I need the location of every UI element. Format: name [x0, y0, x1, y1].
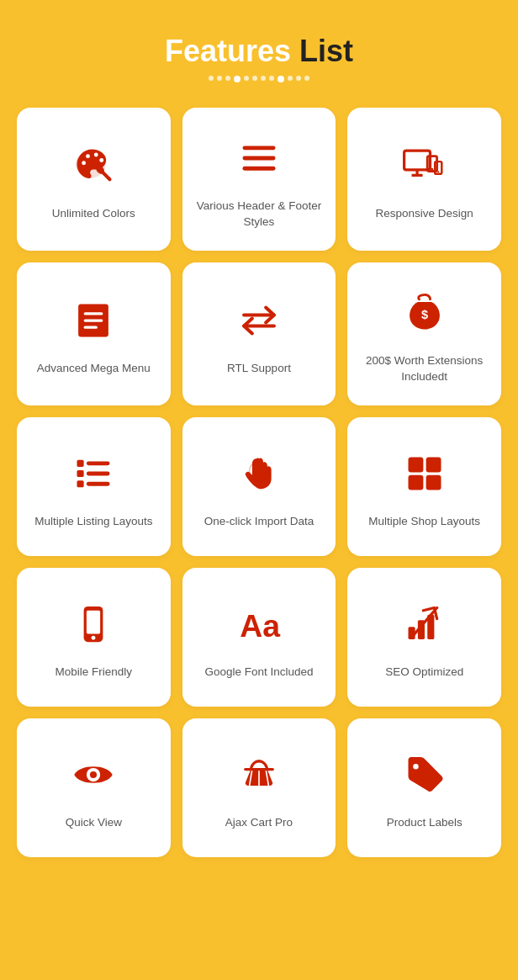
decorative-dots: [165, 76, 353, 82]
card-product-labels: Product Labels: [347, 718, 501, 857]
card-label-extensions: 200$ Worth Extensions Includedt: [360, 353, 489, 385]
svg-point-3: [94, 153, 98, 157]
card-label-google-font: Google Font Included: [204, 665, 313, 681]
card-multiple-shop-layouts: Multiple Shop Layouts: [347, 417, 501, 556]
svg-rect-26: [77, 470, 84, 477]
eye-icon: [68, 750, 119, 800]
card-one-click-import: One-click Import Data: [182, 417, 336, 556]
svg-point-38: [92, 635, 96, 639]
grid-blocks-icon: [399, 448, 450, 499]
card-responsive-design: Responsive Design: [347, 108, 501, 251]
arrows-lr-icon: [234, 295, 284, 346]
svg-rect-18: [84, 312, 103, 315]
card-label-listing-layouts: Multiple Listing Layouts: [34, 514, 152, 530]
title-list: List: [299, 34, 353, 68]
svg-rect-33: [426, 457, 441, 472]
svg-text:Aa: Aa: [240, 607, 281, 643]
svg-rect-19: [84, 320, 103, 322]
card-rtl-support: RTL Support: [182, 262, 336, 405]
svg-point-2: [86, 155, 90, 159]
card-label-product-labels: Product Labels: [387, 815, 462, 831]
svg-text:$: $: [421, 308, 428, 321]
title-features: Features: [165, 34, 291, 68]
card-mobile-friendly: Mobile Friendly: [17, 568, 171, 707]
card-quick-view: Quick View: [17, 718, 171, 857]
svg-point-14: [431, 168, 432, 170]
svg-rect-29: [87, 481, 110, 485]
card-label-ajax-cart: Ajax Cart Pro: [225, 815, 293, 831]
card-label-unlimited-colors: Unlimited Colors: [52, 206, 135, 222]
svg-rect-8: [242, 156, 275, 161]
palette-icon: [68, 140, 119, 191]
card-label-rtl: RTL Support: [227, 361, 291, 377]
svg-point-50: [413, 764, 419, 770]
svg-rect-9: [242, 167, 275, 171]
list-grid-icon: [68, 448, 119, 499]
svg-point-16: [437, 172, 439, 173]
svg-rect-32: [408, 457, 423, 472]
card-label-shop-layouts: Multiple Shop Layouts: [368, 514, 480, 530]
card-label-mobile: Mobile Friendly: [56, 665, 133, 681]
svg-rect-37: [87, 610, 100, 633]
svg-point-1: [82, 162, 87, 166]
card-label-mega-menu: Advanced Mega Menu: [37, 361, 151, 377]
card-label-seo: SEO Optimized: [385, 665, 463, 681]
features-grid: Unlimited Colors Various Header & Footer…: [17, 108, 501, 857]
touch-icon: [234, 448, 284, 499]
svg-rect-20: [84, 326, 98, 329]
svg-rect-35: [426, 474, 441, 490]
card-label-quick-view: Quick View: [66, 815, 122, 831]
card-unlimited-colors: Unlimited Colors: [17, 108, 171, 251]
basket-icon: [234, 750, 284, 800]
card-multiple-listing-layouts: Multiple Listing Layouts: [17, 417, 171, 556]
svg-point-45: [90, 771, 97, 778]
card-extensions: $ 200$ Worth Extensions Includedt: [347, 262, 501, 405]
mobile-icon: [68, 599, 119, 649]
tag-icon: [399, 750, 450, 800]
card-label-header-footer: Various Header & Footer Styles: [195, 199, 324, 230]
svg-rect-24: [77, 459, 84, 466]
svg-rect-34: [408, 474, 423, 490]
card-google-font: Aa Google Font Included: [182, 568, 336, 707]
card-advanced-mega-menu: Advanced Mega Menu: [17, 262, 171, 405]
svg-rect-27: [87, 471, 110, 475]
card-label-responsive: Responsive Design: [376, 206, 473, 222]
devices-icon: [399, 140, 450, 191]
card-header-footer-styles: Various Header & Footer Styles: [182, 108, 336, 251]
svg-point-4: [100, 159, 104, 163]
chart-up-icon: [399, 599, 450, 649]
font-aa-icon: Aa: [234, 599, 284, 649]
card-seo-optimized: SEO Optimized: [347, 568, 501, 707]
page-header: Features List: [165, 34, 353, 82]
document-lines-icon: [68, 295, 119, 346]
svg-rect-7: [242, 146, 275, 150]
svg-rect-25: [87, 461, 110, 465]
card-label-one-click: One-click Import Data: [204, 514, 314, 530]
card-ajax-cart-pro: Ajax Cart Pro: [182, 718, 336, 857]
money-bag-icon: $: [399, 288, 450, 338]
svg-rect-28: [77, 480, 84, 487]
menu-lines-icon: [234, 133, 284, 183]
